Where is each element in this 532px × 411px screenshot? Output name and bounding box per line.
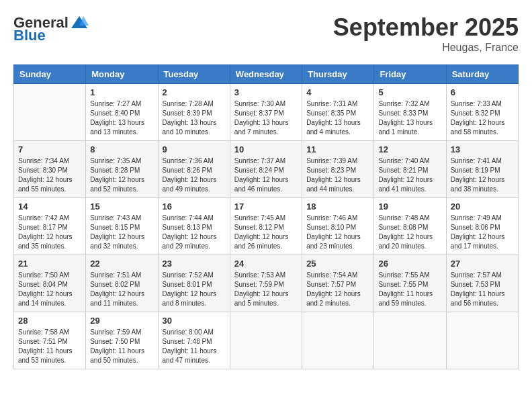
day-info: Sunrise: 7:44 AM Sunset: 8:13 PM Dayligh…	[163, 214, 226, 251]
day-info: Sunrise: 7:57 AM Sunset: 7:53 PM Dayligh…	[451, 271, 514, 308]
calendar-day-cell: 20Sunrise: 7:49 AM Sunset: 8:06 PM Dayli…	[446, 198, 518, 255]
day-info: Sunrise: 7:59 AM Sunset: 7:50 PM Dayligh…	[90, 328, 153, 365]
day-info: Sunrise: 7:58 AM Sunset: 7:51 PM Dayligh…	[18, 328, 81, 365]
day-info: Sunrise: 7:46 AM Sunset: 8:10 PM Dayligh…	[306, 214, 369, 251]
day-number: 23	[163, 259, 226, 269]
day-info: Sunrise: 7:27 AM Sunset: 8:40 PM Dayligh…	[90, 99, 153, 137]
location: Heugas, France	[333, 42, 519, 54]
calendar-day-cell: 29Sunrise: 7:59 AM Sunset: 7:50 PM Dayli…	[86, 312, 158, 369]
day-of-week-header: Sunday	[14, 65, 86, 84]
day-number: 15	[90, 201, 153, 212]
day-number: 18	[306, 201, 369, 212]
calendar-week-row: 7Sunrise: 7:34 AM Sunset: 8:30 PM Daylig…	[14, 141, 519, 198]
day-number: 22	[90, 259, 153, 269]
calendar-day-cell: 17Sunrise: 7:45 AM Sunset: 8:12 PM Dayli…	[230, 198, 302, 255]
calendar-day-cell: 27Sunrise: 7:57 AM Sunset: 7:53 PM Dayli…	[446, 255, 518, 312]
calendar-week-row: 28Sunrise: 7:58 AM Sunset: 7:51 PM Dayli…	[14, 312, 519, 369]
day-info: Sunrise: 7:42 AM Sunset: 8:17 PM Dayligh…	[18, 214, 81, 251]
day-info: Sunrise: 7:41 AM Sunset: 8:19 PM Dayligh…	[451, 156, 514, 194]
calendar-day-cell: 6Sunrise: 7:33 AM Sunset: 8:32 PM Daylig…	[446, 84, 518, 141]
calendar-day-cell: 12Sunrise: 7:40 AM Sunset: 8:21 PM Dayli…	[374, 141, 446, 198]
day-info: Sunrise: 7:43 AM Sunset: 8:15 PM Dayligh…	[90, 214, 153, 251]
day-info: Sunrise: 7:31 AM Sunset: 8:35 PM Dayligh…	[306, 99, 369, 137]
calendar-day-cell: 26Sunrise: 7:55 AM Sunset: 7:55 PM Dayli…	[374, 255, 446, 312]
calendar-day-cell: 14Sunrise: 7:42 AM Sunset: 8:17 PM Dayli…	[14, 198, 86, 255]
calendar-day-cell: 19Sunrise: 7:48 AM Sunset: 8:08 PM Dayli…	[374, 198, 446, 255]
calendar-day-cell: 5Sunrise: 7:32 AM Sunset: 8:33 PM Daylig…	[374, 84, 446, 141]
day-info: Sunrise: 7:55 AM Sunset: 7:55 PM Dayligh…	[378, 271, 441, 308]
calendar-empty-cell	[230, 312, 302, 369]
calendar-day-cell: 22Sunrise: 7:51 AM Sunset: 8:02 PM Dayli…	[86, 255, 158, 312]
calendar-day-cell: 25Sunrise: 7:54 AM Sunset: 7:57 PM Dayli…	[302, 255, 374, 312]
calendar-table: SundayMondayTuesdayWednesdayThursdayFrid…	[13, 64, 519, 369]
calendar-header-row: SundayMondayTuesdayWednesdayThursdayFrid…	[14, 65, 519, 84]
day-of-week-header: Friday	[374, 65, 446, 84]
day-number: 21	[18, 259, 81, 269]
day-info: Sunrise: 7:53 AM Sunset: 7:59 PM Dayligh…	[234, 271, 298, 308]
calendar-day-cell: 28Sunrise: 7:58 AM Sunset: 7:51 PM Dayli…	[14, 312, 86, 369]
calendar-week-row: 1Sunrise: 7:27 AM Sunset: 8:40 PM Daylig…	[14, 84, 519, 141]
day-number: 11	[306, 144, 369, 154]
day-info: Sunrise: 7:32 AM Sunset: 8:33 PM Dayligh…	[378, 99, 441, 137]
calendar-day-cell: 16Sunrise: 7:44 AM Sunset: 8:13 PM Dayli…	[158, 198, 230, 255]
day-number: 14	[18, 201, 81, 212]
day-info: Sunrise: 8:00 AM Sunset: 7:48 PM Dayligh…	[163, 328, 226, 365]
day-info: Sunrise: 7:45 AM Sunset: 8:12 PM Dayligh…	[234, 214, 298, 251]
day-info: Sunrise: 7:35 AM Sunset: 8:28 PM Dayligh…	[90, 156, 153, 194]
calendar-day-cell: 18Sunrise: 7:46 AM Sunset: 8:10 PM Dayli…	[302, 198, 374, 255]
calendar-day-cell: 9Sunrise: 7:36 AM Sunset: 8:26 PM Daylig…	[158, 141, 230, 198]
calendar-week-row: 14Sunrise: 7:42 AM Sunset: 8:17 PM Dayli…	[14, 198, 519, 255]
calendar-empty-cell	[14, 84, 86, 141]
day-of-week-header: Saturday	[446, 65, 518, 84]
calendar-day-cell: 13Sunrise: 7:41 AM Sunset: 8:19 PM Dayli…	[446, 141, 518, 198]
calendar-day-cell: 4Sunrise: 7:31 AM Sunset: 8:35 PM Daylig…	[302, 84, 374, 141]
day-number: 5	[378, 87, 441, 97]
calendar-day-cell: 2Sunrise: 7:28 AM Sunset: 8:39 PM Daylig…	[158, 84, 230, 141]
day-number: 6	[451, 87, 514, 97]
day-number: 17	[234, 201, 298, 212]
day-info: Sunrise: 7:52 AM Sunset: 8:01 PM Dayligh…	[163, 271, 226, 308]
calendar-day-cell: 21Sunrise: 7:50 AM Sunset: 8:04 PM Dayli…	[14, 255, 86, 312]
month-title: September 2025	[333, 13, 519, 42]
day-info: Sunrise: 7:34 AM Sunset: 8:30 PM Dayligh…	[18, 156, 81, 194]
calendar-day-cell: 1Sunrise: 7:27 AM Sunset: 8:40 PM Daylig…	[86, 84, 158, 141]
calendar-empty-cell	[446, 312, 518, 369]
day-info: Sunrise: 7:50 AM Sunset: 8:04 PM Dayligh…	[18, 271, 81, 308]
day-number: 27	[451, 259, 514, 269]
calendar-day-cell: 24Sunrise: 7:53 AM Sunset: 7:59 PM Dayli…	[230, 255, 302, 312]
day-number: 3	[234, 87, 298, 97]
calendar-day-cell: 15Sunrise: 7:43 AM Sunset: 8:15 PM Dayli…	[86, 198, 158, 255]
day-number: 8	[90, 144, 153, 154]
day-of-week-header: Tuesday	[158, 65, 230, 84]
day-number: 7	[18, 144, 81, 154]
day-number: 29	[90, 316, 153, 326]
day-info: Sunrise: 7:33 AM Sunset: 8:32 PM Dayligh…	[451, 99, 514, 137]
calendar-day-cell: 11Sunrise: 7:39 AM Sunset: 8:23 PM Dayli…	[302, 141, 374, 198]
day-number: 16	[163, 201, 226, 212]
calendar-day-cell: 23Sunrise: 7:52 AM Sunset: 8:01 PM Dayli…	[158, 255, 230, 312]
day-info: Sunrise: 7:40 AM Sunset: 8:21 PM Dayligh…	[378, 156, 441, 194]
logo-icon	[70, 13, 89, 32]
day-info: Sunrise: 7:51 AM Sunset: 8:02 PM Dayligh…	[90, 271, 153, 308]
day-of-week-header: Wednesday	[230, 65, 302, 84]
day-number: 13	[451, 144, 514, 154]
logo-blue-text: Blue	[13, 27, 46, 44]
day-info: Sunrise: 7:49 AM Sunset: 8:06 PM Dayligh…	[451, 214, 514, 251]
day-of-week-header: Thursday	[302, 65, 374, 84]
day-number: 12	[378, 144, 441, 154]
day-number: 2	[163, 87, 226, 97]
title-section: September 2025 Heugas, France	[333, 13, 519, 54]
day-number: 28	[18, 316, 81, 326]
day-info: Sunrise: 7:37 AM Sunset: 8:24 PM Dayligh…	[234, 156, 298, 194]
calendar-day-cell: 30Sunrise: 8:00 AM Sunset: 7:48 PM Dayli…	[158, 312, 230, 369]
day-number: 24	[234, 259, 298, 269]
day-number: 4	[306, 87, 369, 97]
day-info: Sunrise: 7:30 AM Sunset: 8:37 PM Dayligh…	[234, 99, 298, 137]
calendar-day-cell: 8Sunrise: 7:35 AM Sunset: 8:28 PM Daylig…	[86, 141, 158, 198]
day-info: Sunrise: 7:54 AM Sunset: 7:57 PM Dayligh…	[306, 271, 369, 308]
calendar-week-row: 21Sunrise: 7:50 AM Sunset: 8:04 PM Dayli…	[14, 255, 519, 312]
day-info: Sunrise: 7:28 AM Sunset: 8:39 PM Dayligh…	[163, 99, 226, 137]
calendar-day-cell: 7Sunrise: 7:34 AM Sunset: 8:30 PM Daylig…	[14, 141, 86, 198]
day-number: 25	[306, 259, 369, 269]
calendar-day-cell: 10Sunrise: 7:37 AM Sunset: 8:24 PM Dayli…	[230, 141, 302, 198]
